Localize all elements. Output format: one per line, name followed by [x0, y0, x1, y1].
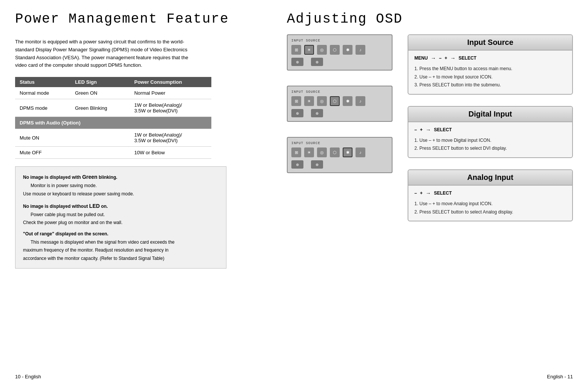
osd-bottom-2: ⊕ ⊕ — [291, 109, 388, 117]
panel-instructions-1: 1. Press the MENU button to access main … — [414, 65, 566, 89]
osd-screen-3: INPUT SOURCE ⊞ ☀ ◎ ⬡ ✱ ♪ ⊕ ⊕ — [287, 137, 393, 173]
panel-title-digital-input: Digital Input — [408, 107, 572, 122]
nav-row-2: – + → SELECT — [414, 127, 566, 133]
nav-menu-label: MENU — [414, 55, 428, 61]
footer-right: English - 11 — [547, 374, 573, 379]
panel-digital-input: Digital Input – + → SELECT 1. Use – + to… — [408, 106, 573, 158]
nav-minus-1: – — [439, 55, 442, 61]
osd-icon-settings: ✱ — [343, 45, 352, 55]
section-label: DPMS with Audio (Option) — [15, 117, 211, 129]
osd-icon-settings: ✱ — [343, 96, 352, 106]
info-item-2: No image is displayed without LED on. Po… — [23, 201, 219, 227]
osd-top-icons-2: ⊞ ☀ ◎ ⬡ ✱ ♪ — [291, 96, 388, 106]
panel-input-source: Input Source MENU → – + → SELECT 1. Pres… — [408, 34, 573, 95]
osd-label-2: INPUT SOURCE — [291, 90, 388, 94]
nav-arrow-right-1: → — [431, 55, 436, 61]
panel-analog-input: Analog Input – + → SELECT 1. Use – + to … — [408, 169, 573, 221]
power-table: Status LED Sign Power Consumption Normal… — [15, 77, 211, 159]
osd-icon-menu: ⊞ — [291, 96, 301, 106]
osd-icon-audio: ♪ — [356, 96, 365, 106]
nav-select-3: SELECT — [434, 190, 452, 196]
osd-label-3: INPUT SOURCE — [291, 141, 388, 145]
osd-icon-input: ⬡ — [330, 45, 340, 55]
osd-icon-contrast: ◎ — [317, 96, 327, 106]
osd-icon-brightness: ☀ — [304, 147, 314, 157]
nav-select-1: SELECT — [459, 55, 476, 61]
cell-power: 1W or Below(Analog)/3.5W or Below(DVI) — [130, 99, 211, 117]
osd-btn-left: ⊕ — [291, 58, 303, 66]
osd-btn-right: ⊕ — [311, 109, 323, 117]
cell-status: Normal mode — [15, 87, 71, 99]
panel-body-digital-input: – + → SELECT 1. Use – + to move Digital … — [408, 122, 572, 157]
osd-icon-audio: ♪ — [356, 45, 365, 55]
right-title: Adjusting OSD — [287, 11, 573, 27]
panel-body-analog-input: – + → SELECT 1. Use – + to move Analog i… — [408, 186, 572, 221]
cell-led — [71, 147, 130, 159]
cell-led — [71, 129, 130, 147]
page: Power Management Feature The monitor is … — [0, 0, 588, 387]
osd-btn-left: ⊕ — [291, 109, 303, 117]
panel-title-input-source: Input Source — [408, 35, 572, 51]
nav-minus-2: – — [414, 127, 417, 132]
footer-left: 10 - English — [15, 374, 41, 379]
info-line: This message is displayed when the signa… — [23, 240, 175, 261]
right-content: INPUT SOURCE ⊞ ☀ ◎ ⬡ ✱ ♪ ⊕ ⊕ — [287, 34, 573, 221]
info-bold-2: No image is displayed without LED on. — [23, 204, 108, 209]
info-panels-col: Input Source MENU → – + → SELECT 1. Pres… — [408, 34, 573, 221]
info-box: No image is displayed with Green blinkin… — [15, 166, 226, 269]
nav-arrow-right-2: → — [450, 55, 456, 61]
osd-icon-settings: ✱ — [343, 147, 352, 157]
info-line: Power cable plug must be pulled out.Chec… — [23, 212, 123, 226]
monitor-col: INPUT SOURCE ⊞ ☀ ◎ ⬡ ✱ ♪ ⊕ ⊕ — [287, 34, 400, 221]
table-row: Mute ON 1W or Below(Analog)/3.5W or Belo… — [15, 129, 211, 147]
cell-led: Green ON — [71, 87, 130, 99]
left-title: Power Management Feature — [15, 11, 272, 27]
cell-led: Green Blinking — [71, 99, 130, 117]
nav-row-1: MENU → – + → SELECT — [414, 55, 566, 61]
nav-arrow-right-3: → — [426, 127, 431, 133]
nav-plus-2: + — [420, 127, 423, 132]
cell-power: Normal Power — [130, 87, 211, 99]
col-header-power: Power Consumption — [130, 77, 211, 87]
osd-btn-right: ⊕ — [311, 160, 323, 169]
osd-btn-right: ⊕ — [311, 58, 323, 66]
nav-plus-3: + — [420, 190, 423, 196]
osd-bottom-1: ⊕ ⊕ — [291, 58, 388, 66]
table-row: DPMS mode Green Blinking 1W or Below(Ana… — [15, 99, 211, 117]
col-header-led: LED Sign — [71, 77, 130, 87]
nav-arrow-right-4: → — [426, 190, 431, 196]
left-section: Power Management Feature The monitor is … — [15, 11, 279, 372]
osd-icon-menu: ⊞ — [291, 45, 301, 55]
nav-minus-3: – — [414, 190, 417, 196]
nav-plus-1: + — [445, 55, 447, 61]
intro-text: The monitor is equipped with a power sav… — [15, 38, 196, 69]
osd-top-icons-1: ⊞ ☀ ◎ ⬡ ✱ ♪ — [291, 45, 388, 55]
osd-icon-menu: ⊞ — [291, 147, 301, 157]
info-bold-3: "Out of range" displayed on the screen. — [23, 231, 108, 236]
cell-power: 1W or Below(Analog)/3.5W or Below(DVI) — [130, 129, 211, 147]
table-section-header: DPMS with Audio (Option) — [15, 117, 211, 129]
info-line: Monitor is in power saving mode.Use mous… — [23, 183, 134, 197]
osd-icon-input: ⬡ — [330, 96, 340, 106]
osd-top-icons-3: ⊞ ☀ ◎ ⬡ ✱ ♪ — [291, 147, 388, 157]
right-section: Adjusting OSD INPUT SOURCE ⊞ ☀ ◎ ⬡ ✱ ♪ — [279, 11, 573, 372]
osd-screen-1: INPUT SOURCE ⊞ ☀ ◎ ⬡ ✱ ♪ ⊕ ⊕ — [287, 34, 393, 71]
osd-icon-brightness: ☀ — [304, 96, 314, 106]
info-item-3: "Out of range" displayed on the screen. … — [23, 230, 219, 263]
osd-btn-left: ⊕ — [291, 160, 303, 169]
osd-label-1: INPUT SOURCE — [291, 39, 388, 43]
panel-instructions-3: 1. Use – + to move Analog input ICON. 2.… — [414, 200, 566, 216]
osd-icon-contrast: ◎ — [317, 147, 327, 157]
osd-bottom-3: ⊕ ⊕ — [291, 160, 388, 169]
nav-row-3: – + → SELECT — [414, 190, 566, 196]
panel-title-analog-input: Analog Input — [408, 170, 572, 186]
info-item-1: No image is displayed with Green blinkin… — [23, 172, 219, 198]
table-row: Mute OFF 10W or Below — [15, 147, 211, 159]
osd-icon-contrast: ◎ — [317, 45, 327, 55]
col-header-status: Status — [15, 77, 71, 87]
osd-icon-audio: ♪ — [356, 147, 365, 157]
cell-status: Mute OFF — [15, 147, 71, 159]
info-bold-1: No image is displayed with Green blinkin… — [23, 175, 117, 180]
panel-instructions-2: 1. Use – + to move Digital input ICON. 2… — [414, 137, 566, 153]
osd-icon-input: ⬡ — [330, 147, 340, 157]
